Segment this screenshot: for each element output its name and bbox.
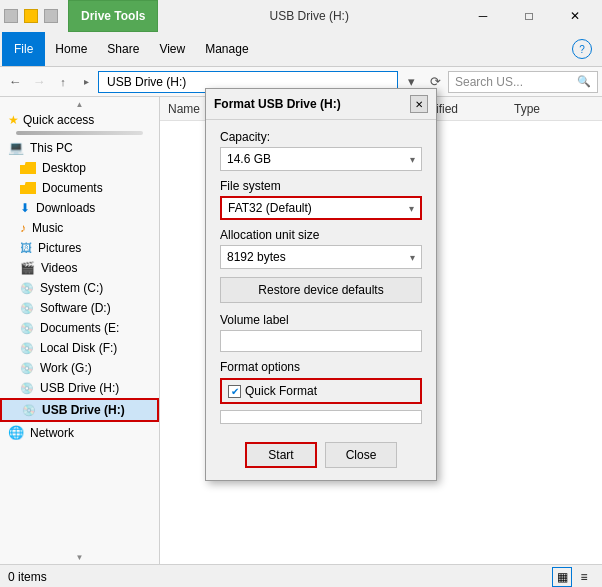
format-options-label: Format options — [220, 360, 422, 374]
quick-format-checkbox[interactable]: ✔ — [228, 385, 241, 398]
sidebar-item-desktop[interactable]: Desktop — [0, 158, 159, 178]
pc-icon: 💻 — [8, 140, 24, 155]
title-icon-small — [4, 9, 18, 23]
sidebar-item-pictures[interactable]: 🖼 Pictures — [0, 238, 159, 258]
up-button[interactable]: ↑ — [52, 71, 74, 93]
sidebar-network-label: Network — [30, 426, 74, 440]
title-icon-small2 — [44, 9, 58, 23]
sidebar-item-downloads[interactable]: ⬇ Downloads — [0, 198, 159, 218]
location-icon: ▸ — [76, 72, 96, 92]
close-button[interactable]: ✕ — [552, 0, 598, 32]
filesystem-select[interactable]: FAT32 (Default) ▾ — [220, 196, 422, 220]
modal-close-button[interactable]: ✕ — [410, 95, 428, 113]
sidebar-item-this-pc[interactable]: 💻 This PC — [0, 137, 159, 158]
start-button[interactable]: Start — [245, 442, 317, 468]
sidebar-local-f-label: Local Disk (F:) — [40, 341, 117, 355]
sidebar: ▲ ★ Quick access 💻 This PC Desktop Docum… — [0, 97, 160, 564]
tab-drive-tools[interactable]: Drive Tools — [68, 0, 158, 32]
format-options-group: Format options ✔ Quick Format — [220, 360, 422, 404]
restore-defaults-button[interactable]: Restore device defaults — [220, 277, 422, 303]
sidebar-downloads-label: Downloads — [36, 201, 95, 215]
volume-input[interactable] — [220, 330, 422, 352]
sidebar-item-usb-h-selected[interactable]: 💿 USB Drive (H:) — [0, 398, 159, 422]
sidebar-item-usb-h2[interactable]: 💿 USB Drive (H:) — [0, 378, 159, 398]
sidebar-system-c-label: System (C:) — [40, 281, 103, 295]
search-box[interactable]: Search US... 🔍 — [448, 71, 598, 93]
quick-format-group: ✔ Quick Format — [220, 378, 422, 404]
sidebar-quick-access-label: Quick access — [23, 113, 94, 127]
sidebar-quick-access[interactable]: ★ Quick access — [0, 111, 159, 129]
network-icon: 🌐 — [8, 425, 24, 440]
tab-manage[interactable]: Manage — [195, 38, 258, 60]
downloads-icon: ⬇ — [20, 201, 30, 215]
sidebar-scroll-down[interactable]: ▼ — [0, 550, 159, 564]
format-dialog: Format USB Drive (H:) ✕ Capacity: 14.6 G… — [205, 88, 437, 481]
title-icon-folder — [24, 9, 38, 23]
help-button[interactable]: ? — [572, 39, 592, 59]
capacity-label: Capacity: — [220, 130, 422, 144]
modal-body: Capacity: 14.6 GB ▾ File system FAT32 (D… — [206, 120, 436, 438]
status-bar: 0 items ▦ ≡ — [0, 564, 602, 587]
column-type: Type — [514, 102, 594, 116]
sidebar-documents-label: Documents — [42, 181, 103, 195]
capacity-group: Capacity: 14.6 GB ▾ — [220, 130, 422, 171]
drive-e-icon: 💿 — [20, 322, 34, 335]
search-icon: 🔍 — [577, 75, 591, 88]
filesystem-value: FAT32 (Default) — [228, 201, 312, 215]
filesystem-dropdown-icon: ▾ — [409, 203, 414, 214]
tab-home[interactable]: Home — [45, 38, 97, 60]
tab-share[interactable]: Share — [97, 38, 149, 60]
sidebar-music-label: Music — [32, 221, 63, 235]
sidebar-item-system-c[interactable]: 💿 System (C:) — [0, 278, 159, 298]
forward-button[interactable]: → — [28, 71, 50, 93]
quick-format-label: Quick Format — [245, 384, 317, 398]
list-view-button[interactable]: ≡ — [574, 567, 594, 587]
tab-file[interactable]: File — [2, 32, 45, 66]
sidebar-item-documents-e[interactable]: 💿 Documents (E: — [0, 318, 159, 338]
sidebar-software-d-label: Software (D:) — [40, 301, 111, 315]
sidebar-item-documents[interactable]: Documents — [0, 178, 159, 198]
address-text: USB Drive (H:) — [107, 75, 186, 89]
sidebar-work-g-label: Work (G:) — [40, 361, 92, 375]
drive-c-icon: 💿 — [20, 282, 34, 295]
sidebar-item-software-d[interactable]: 💿 Software (D:) — [0, 298, 159, 318]
desktop-folder-icon — [20, 162, 36, 174]
quick-access-bar — [16, 131, 143, 135]
maximize-button[interactable]: □ — [506, 0, 552, 32]
modal-title-bar: Format USB Drive (H:) ✕ — [206, 89, 436, 120]
checkbox-check-icon: ✔ — [231, 386, 239, 397]
tab-view[interactable]: View — [149, 38, 195, 60]
sidebar-usb-h2-label: USB Drive (H:) — [40, 381, 119, 395]
allocation-group: Allocation unit size 8192 bytes ▾ — [220, 228, 422, 269]
window-title: USB Drive (H:) — [160, 0, 458, 32]
back-button[interactable]: ← — [4, 71, 26, 93]
capacity-value: 14.6 GB — [227, 152, 271, 166]
close-dialog-button[interactable]: Close — [325, 442, 397, 468]
allocation-label: Allocation unit size — [220, 228, 422, 242]
drive-g-icon: 💿 — [20, 362, 34, 375]
sidebar-item-local-f[interactable]: 💿 Local Disk (F:) — [0, 338, 159, 358]
sidebar-item-work-g[interactable]: 💿 Work (G:) — [0, 358, 159, 378]
capacity-dropdown-icon: ▾ — [410, 154, 415, 165]
search-text: Search US... — [455, 75, 523, 89]
progress-bar — [220, 410, 422, 424]
grid-view-button[interactable]: ▦ — [552, 567, 572, 587]
sidebar-pictures-label: Pictures — [38, 241, 81, 255]
items-count: 0 items — [8, 570, 47, 584]
capacity-select[interactable]: 14.6 GB ▾ — [220, 147, 422, 171]
modal-title: Format USB Drive (H:) — [214, 97, 410, 111]
sidebar-item-videos[interactable]: 🎬 Videos — [0, 258, 159, 278]
star-icon: ★ — [8, 113, 19, 127]
sidebar-desktop-label: Desktop — [42, 161, 86, 175]
documents-folder-icon — [20, 182, 36, 194]
minimize-button[interactable]: ─ — [460, 0, 506, 32]
sidebar-item-network[interactable]: 🌐 Network — [0, 422, 159, 443]
volume-label: Volume label — [220, 313, 422, 327]
sidebar-item-music[interactable]: ♪ Music — [0, 218, 159, 238]
allocation-value: 8192 bytes — [227, 250, 286, 264]
drive-d-icon: 💿 — [20, 302, 34, 315]
sidebar-scroll-up[interactable]: ▲ — [0, 97, 159, 111]
allocation-select[interactable]: 8192 bytes ▾ — [220, 245, 422, 269]
sidebar-videos-label: Videos — [41, 261, 77, 275]
filesystem-label: File system — [220, 179, 422, 193]
